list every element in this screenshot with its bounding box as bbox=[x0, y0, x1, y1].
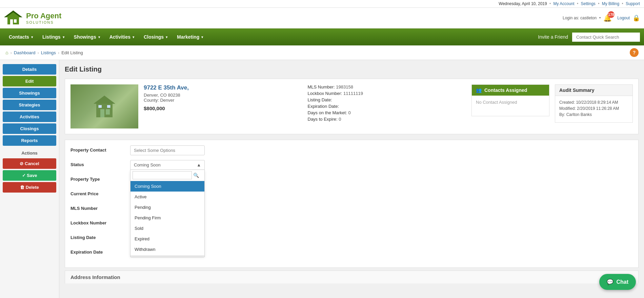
activities-chevron-icon: ▾ bbox=[133, 35, 134, 39]
closings-chevron-icon: ▾ bbox=[166, 35, 167, 39]
sidebar-reports-button[interactable]: Reports bbox=[3, 135, 56, 146]
login-bar: Login as: castleton • 🔔 178 Logout 🔒 bbox=[563, 14, 640, 22]
top-bar: Wednesday, April 10, 2019 • My Account •… bbox=[0, 0, 644, 8]
svg-marker-7 bbox=[94, 96, 115, 104]
dropdown-list: Coming Soon Active Pending Pending Firm … bbox=[130, 181, 204, 256]
logo-icon bbox=[4, 10, 23, 26]
home-icon[interactable]: ⌂ bbox=[5, 50, 8, 55]
sidebar-activities-button[interactable]: Activities bbox=[3, 112, 56, 122]
listing-image bbox=[71, 84, 138, 128]
property-contact-input[interactable] bbox=[130, 145, 205, 155]
property-type-label: Property Type bbox=[71, 175, 125, 182]
chat-button[interactable]: 💬 Chat bbox=[599, 274, 636, 290]
sidebar-strategies-button[interactable]: Strategies bbox=[3, 100, 56, 110]
dropdown-search-icon: 🔍 bbox=[193, 173, 199, 178]
cancel-button[interactable]: ⊘ Cancel bbox=[3, 158, 56, 169]
breadcrumb-listings[interactable]: Listings bbox=[41, 50, 56, 55]
expiration-date-form-label: Expiration Date bbox=[71, 247, 125, 255]
notification-bell[interactable]: 🔔 178 bbox=[603, 14, 612, 22]
status-label: Status bbox=[71, 160, 125, 167]
main-layout: Details Edit Showings Strategies Activit… bbox=[0, 60, 644, 298]
login-as-label: Login as: castleton bbox=[563, 16, 597, 20]
listing-address: 9722 E 35th Ave, bbox=[144, 84, 302, 91]
listing-county: County: Denver bbox=[144, 98, 302, 103]
brand-sub: SOLUTIONS bbox=[26, 20, 61, 24]
lockbox-number-form-label: Lockbox Number bbox=[71, 218, 125, 225]
dropdown-search-input[interactable] bbox=[133, 171, 192, 179]
content: Edit Listing 97 bbox=[59, 60, 644, 298]
settings-link[interactable]: Settings bbox=[581, 1, 595, 6]
page-title: Edit Listing bbox=[65, 65, 639, 73]
nav-showings[interactable]: Showings ▾ bbox=[69, 28, 105, 45]
form-section: Property Contact Status Coming Soon ▲ 🔍 bbox=[65, 140, 639, 268]
current-price-label: Current Price bbox=[71, 189, 125, 196]
chat-icon: 💬 bbox=[607, 279, 613, 285]
expiration-date-row: Expiration Date: bbox=[308, 104, 466, 109]
breadcrumb-dashboard[interactable]: Dashboard bbox=[14, 50, 36, 55]
sidebar-closings-button[interactable]: Closings bbox=[3, 123, 56, 134]
notification-badge: 178 bbox=[608, 11, 615, 18]
nav-marketing[interactable]: Marketing ▾ bbox=[172, 28, 208, 45]
nav-contacts[interactable]: Contacts ▾ bbox=[4, 28, 38, 45]
sidebar-details-button[interactable]: Details bbox=[3, 64, 56, 75]
days-on-market-row: Days on the Market: 0 bbox=[308, 110, 466, 115]
invite-friend-link[interactable]: Invite a Friend bbox=[538, 34, 568, 40]
mls-number-form-label: MLS Number bbox=[71, 204, 125, 211]
marketing-chevron-icon: ▾ bbox=[201, 35, 203, 39]
dropdown-item-pending[interactable]: Pending bbox=[130, 202, 204, 213]
audit-box: Audit Summary Created: 10/22/2018 8:29:1… bbox=[555, 84, 633, 123]
lockbox-number-row: Lockbox Number: 11111119 bbox=[308, 91, 466, 96]
listing-date-form-label: Listing Date bbox=[71, 233, 125, 240]
delete-button[interactable]: 🗑 Delete bbox=[3, 182, 56, 193]
dropdown-item-coming-soon[interactable]: Coming Soon bbox=[130, 181, 204, 192]
help-icon[interactable]: ? bbox=[630, 48, 639, 57]
status-select-trigger[interactable]: Coming Soon ▲ bbox=[130, 160, 205, 170]
status-select-wrapper: Coming Soon ▲ 🔍 Coming Soon Active Pendi… bbox=[130, 160, 205, 170]
sidebar-edit-button[interactable]: Edit bbox=[3, 76, 56, 86]
contact-quick-search-input[interactable] bbox=[572, 33, 640, 42]
status-dropdown: 🔍 Coming Soon Active Pending Pending Fir… bbox=[130, 170, 205, 256]
dropdown-item-not-in-data-feed[interactable]: Not In Data Feed bbox=[130, 255, 204, 256]
dropdown-item-sold[interactable]: Sold bbox=[130, 223, 204, 234]
svg-rect-6 bbox=[106, 109, 110, 115]
mls-number-row: MLS Number: 1983158 bbox=[308, 84, 466, 90]
dropdown-item-withdrawn[interactable]: Withdrawn bbox=[130, 244, 204, 255]
contacts-body: No Contact Assigned bbox=[472, 96, 549, 116]
actions-label: Actions bbox=[0, 147, 59, 157]
modified-row: Modified: 2/20/2019 11:26:28 AM bbox=[559, 106, 628, 111]
nav-activities[interactable]: Activities ▾ bbox=[105, 28, 139, 45]
days-to-expire-row: Days to Expire: 0 bbox=[308, 117, 466, 122]
nav-listings[interactable]: Listings ▾ bbox=[38, 28, 69, 45]
save-button[interactable]: ✓ Save bbox=[3, 170, 56, 181]
my-account-link[interactable]: My Account bbox=[554, 1, 575, 6]
brand-name: Pro Agent bbox=[26, 12, 61, 20]
date-label: Wednesday, April 10, 2019 bbox=[499, 1, 547, 6]
support-link[interactable]: Support bbox=[626, 1, 640, 6]
breadcrumb-bar: ⌂ › Dashboard › Listings › Edit Listing … bbox=[0, 45, 644, 60]
logout-link[interactable]: Logout bbox=[617, 16, 630, 20]
listing-card: 9722 E 35th Ave, Denver, CO 80238 County… bbox=[65, 79, 639, 134]
svg-marker-0 bbox=[4, 11, 22, 24]
address-section-title: Address Information bbox=[65, 271, 639, 283]
status-row: Status Coming Soon ▲ 🔍 Coming Soon Ac bbox=[71, 160, 633, 170]
created-row: Created: 10/22/2018 8:29:14 AM bbox=[559, 100, 628, 105]
listings-chevron-icon: ▾ bbox=[63, 35, 64, 39]
svg-rect-5 bbox=[100, 109, 104, 117]
logo-bar: Pro Agent SOLUTIONS Login as: castleton … bbox=[0, 8, 644, 28]
main-nav: Contacts ▾ Listings ▾ Showings ▾ Activit… bbox=[0, 28, 644, 45]
my-billing-link[interactable]: My Billing bbox=[602, 1, 619, 6]
listing-mls: MLS Number: 1983158 Lockbox Number: 1111… bbox=[308, 84, 466, 123]
listing-info: 9722 E 35th Ave, Denver, CO 80238 County… bbox=[144, 84, 302, 111]
dropdown-item-pending-firm[interactable]: Pending Firm bbox=[130, 213, 204, 223]
audit-body: Created: 10/22/2018 8:29:14 AM Modified:… bbox=[555, 96, 632, 122]
showings-chevron-icon: ▾ bbox=[98, 35, 100, 39]
sidebar: Details Edit Showings Strategies Activit… bbox=[0, 60, 59, 298]
nav-closings[interactable]: Closings ▾ bbox=[139, 28, 172, 45]
sidebar-showings-button[interactable]: Showings bbox=[3, 88, 56, 98]
dropdown-search-container: 🔍 bbox=[130, 170, 204, 181]
dropdown-item-expired[interactable]: Expired bbox=[130, 234, 204, 244]
status-chevron-icon: ▲ bbox=[197, 162, 201, 167]
dropdown-item-active[interactable]: Active bbox=[130, 192, 204, 202]
svg-rect-8 bbox=[98, 105, 102, 108]
status-selected-value: Coming Soon bbox=[134, 162, 161, 167]
